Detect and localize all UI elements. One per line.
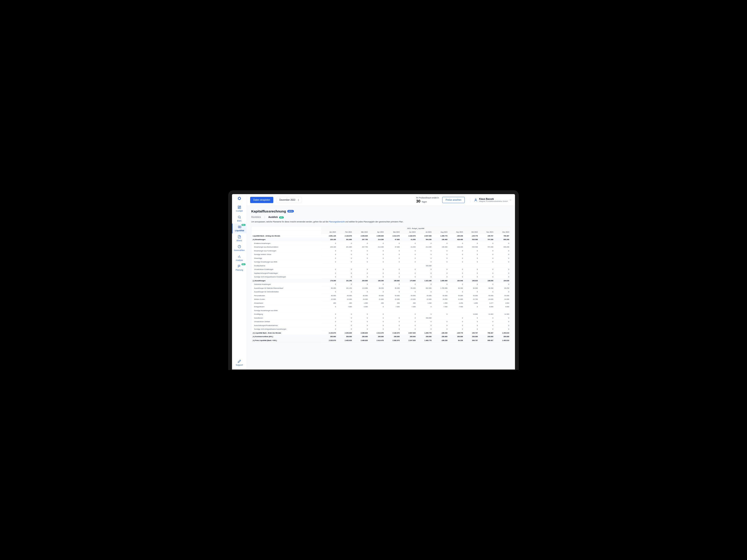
sidebar-item-liquiditaet[interactable]: NEU Liquidität <box>232 223 247 234</box>
sidebar-item-cockpit[interactable]: Cockpit <box>232 204 247 214</box>
hint-text: Um anzupassen, welche Planwerte für dies… <box>251 221 511 223</box>
cell-value: 0 <box>353 260 369 264</box>
cell-value: 0 <box>464 327 479 331</box>
cell-value: 0 <box>449 275 464 279</box>
tab-rueckblick[interactable]: Rückblick <box>251 216 261 219</box>
sidebar-item-planung[interactable]: NEU Planung <box>232 263 247 273</box>
cell-value: 0 <box>449 316 464 320</box>
cell-value: 0 <box>433 323 448 327</box>
planning-overview-link[interactable]: Planungsübersicht <box>329 221 345 223</box>
cell-value: 0 <box>353 283 369 286</box>
cell-value: 0 <box>464 256 479 260</box>
cell-value: 0 <box>449 267 464 271</box>
table-row: Weitere Kosten22.00022.90024.60021.80022… <box>252 297 511 301</box>
svg-point-8 <box>475 199 476 200</box>
cell-value <box>369 309 385 312</box>
cell-value: 0 <box>369 312 385 316</box>
cell-value: 2.382.070 <box>385 338 401 342</box>
cell-value: 0 <box>449 323 464 327</box>
cell-value: 7.500 <box>433 305 448 309</box>
cell-value: 0 <box>417 241 433 245</box>
cell-value <box>464 264 479 267</box>
cell-value: 0 <box>433 312 448 316</box>
cell-value: 0 <box>449 249 464 252</box>
cell-value: 564.200 <box>417 238 433 241</box>
sidebar-item-analyse[interactable]: Analyse <box>232 253 247 263</box>
cell-value: 0 <box>464 305 479 309</box>
cell-value: 89.250 <box>369 286 385 290</box>
cell-value: 0 <box>369 256 385 260</box>
cell-value: 0 <box>433 241 448 245</box>
pricing-button[interactable]: Preise ansehen <box>442 197 465 203</box>
user-menu[interactable]: Klaus Bassek Wagner Produktionsbetriebe … <box>470 197 512 202</box>
cell-value: 95.200 <box>385 286 401 290</box>
cell-value: 7.500 <box>449 305 464 309</box>
cell-value: 0 <box>369 290 385 294</box>
table-row: (+) Kontokorrentlinie (KKL)200.000200.00… <box>252 335 511 339</box>
cell-value: 0 <box>417 260 433 264</box>
cell-value: 21.800 <box>449 297 464 301</box>
cell-value: 1.000 <box>353 301 369 305</box>
cell-value: 0 <box>479 320 494 324</box>
cell-value: 55.000 <box>449 293 464 297</box>
sidebar-item-bwa[interactable]: BWA <box>232 214 247 223</box>
cell-value: 190.023 <box>464 278 479 283</box>
cell-value: 1.289.770 <box>417 331 433 335</box>
row-label: (+) Einzahlungen <box>252 238 321 241</box>
month-selector[interactable]: Dezember 2022 <box>277 197 302 203</box>
cell-value: 0 <box>337 241 353 245</box>
cell-value: 0 <box>494 256 510 260</box>
cell-value: 0 <box>337 256 353 260</box>
column-header: Mär 2023 <box>353 230 369 234</box>
cell-value: 214.200 <box>369 238 385 241</box>
cell-value <box>337 309 353 312</box>
cell-value: 2.214.470 <box>385 234 401 238</box>
cell-value: 0 <box>449 320 464 324</box>
cell-value: 0 <box>479 271 494 275</box>
cell-value: 0 <box>321 320 337 324</box>
cell-value: 0 <box>494 252 510 256</box>
cell-value: 535.500 <box>464 245 479 249</box>
cell-value: 0 <box>401 252 416 256</box>
cell-value: 990.487 <box>479 338 494 342</box>
cell-value: 2.414.470 <box>369 338 385 342</box>
import-data-button[interactable]: Daten einspielen <box>250 197 274 203</box>
sidebar-item-label: Cockpit <box>236 210 243 212</box>
cell-value: 6.000 <box>353 305 369 309</box>
cell-value: 191.250 <box>337 278 353 283</box>
cell-value <box>449 309 464 312</box>
cell-value: 261.800 <box>337 245 353 249</box>
tab-ausblick[interactable]: Ausblick NEU <box>268 216 284 219</box>
column-header: Apr 2023 <box>369 230 385 234</box>
cell-value: 22.600 <box>385 297 401 301</box>
table-row: Erhaltene Anzahlungen000000000000 <box>252 241 511 245</box>
cell-value: 220.100 <box>321 245 337 249</box>
cell-value: 790.487 <box>479 331 494 335</box>
cell-value: 60.000 <box>353 293 369 297</box>
cell-value: 0 <box>321 271 337 275</box>
table-row: Einzahlungen aus Forderungen000000000000 <box>252 249 511 252</box>
sidebar-item-kennzahlen[interactable]: Kennzahlen <box>232 243 247 253</box>
cell-value: 214.200 <box>417 245 433 249</box>
cell-value: 0 <box>449 252 464 256</box>
cell-value: 0 <box>321 241 337 245</box>
sidebar-item-support[interactable]: Support <box>232 357 247 370</box>
sidebar-item-bilanz[interactable]: Bilanz <box>232 233 247 243</box>
cell-value: 0 <box>417 252 433 256</box>
neu-pill: NEU <box>279 216 284 218</box>
table-row: Ausschüttungen/Privatentnahmen0000000000… <box>252 323 511 327</box>
cell-value: 60.000 <box>321 293 337 297</box>
row-label: Sonstige nicht erfolgswirksame Auszahlun… <box>252 327 321 331</box>
cell-value: 0 <box>369 241 385 245</box>
cell-value: 0 <box>321 267 337 271</box>
cell-value: 22.000 <box>321 297 337 301</box>
cell-value: 0 <box>464 271 479 275</box>
cell-value: 96.390 <box>479 286 494 290</box>
cell-value: 0 <box>337 316 353 320</box>
cell-value: 0 <box>479 283 494 286</box>
user-name: Klaus Bassek <box>479 197 508 200</box>
cell-value: 22.900 <box>417 297 433 301</box>
cell-value: 0 <box>401 312 416 316</box>
cell-value: 0 <box>353 267 369 271</box>
cell-value: 7.300 <box>401 305 416 309</box>
